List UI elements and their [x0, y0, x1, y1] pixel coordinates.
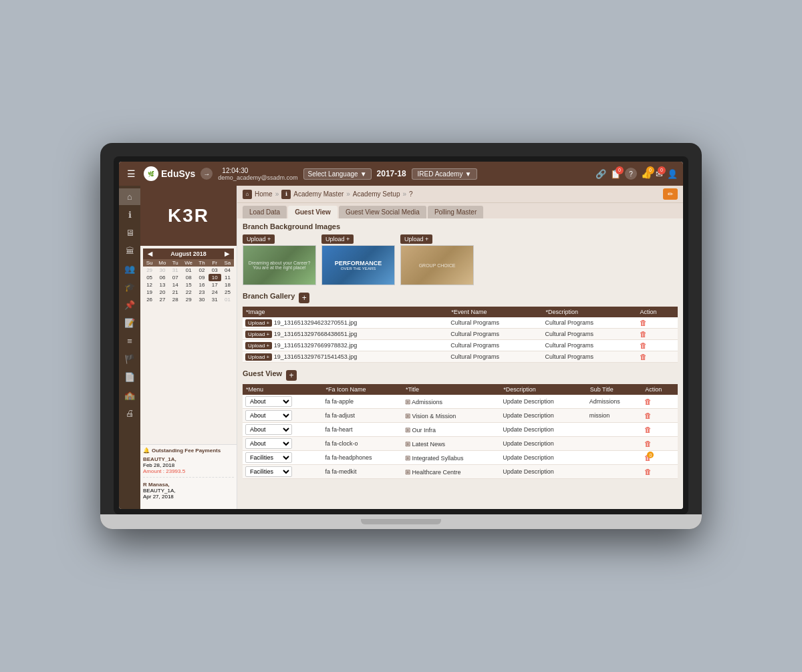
current-time: 12:04:30 — [222, 167, 297, 174]
sidebar-item-graduate[interactable]: 🎓 — [119, 279, 140, 295]
logo-circle: 🌿 — [144, 166, 158, 181]
breadcrumb: ⌂ Home » ℹ Academy Master » Academy Setu… — [237, 186, 683, 203]
tab-guest-view-social[interactable]: Guest View Social Media — [339, 206, 426, 218]
table-row: About fa fa-apple ⊞ Admissions Update De… — [243, 395, 678, 409]
home-bc-icon: ⌂ — [243, 190, 252, 199]
cal-prev[interactable]: ◀ — [146, 250, 154, 258]
edit-button[interactable]: ✏ — [663, 188, 678, 200]
add-guest-view-btn[interactable]: + — [286, 370, 297, 381]
sidebar-item-notes[interactable]: 📝 — [119, 315, 140, 331]
bg-image-2: Upload + PERFORMANCE OVER THE YEARS — [321, 234, 395, 285]
thumbs-badge: 0 — [646, 166, 654, 174]
upload-bg-2[interactable]: Upload + — [321, 234, 354, 244]
menu-select[interactable]: About — [245, 396, 292, 407]
link-icon[interactable]: 🔗 — [595, 169, 606, 179]
sidebar-item-list[interactable]: ≡ — [119, 333, 140, 349]
sidebar-item-monitor[interactable]: 🖥 — [119, 224, 140, 241]
delete-gallery-icon[interactable]: 🗑 — [640, 319, 647, 327]
menu-select[interactable]: Facilities — [245, 452, 292, 463]
mail-icon[interactable]: ✉ 0 — [656, 169, 663, 179]
upload-gallery[interactable]: Upload + — [245, 353, 272, 361]
sidebar-item-flag[interactable]: 🏴 — [119, 351, 140, 367]
delete-gallery-icon[interactable]: 🗑 — [640, 353, 647, 361]
calendar: ◀ August 2018 ▶ SuMoTuWeThFrSa 293031010… — [140, 246, 237, 444]
menu-select[interactable]: Facilities — [245, 466, 292, 477]
upload-gallery[interactable]: Upload + — [245, 319, 272, 327]
delete-gv-icon[interactable]: 🗑 — [644, 440, 652, 448]
breadcrumb-home[interactable]: Home — [255, 190, 273, 198]
help-icon[interactable]: ? — [625, 168, 637, 180]
grid-icon[interactable]: ⊞ — [405, 440, 410, 448]
menu-select[interactable]: About — [245, 438, 292, 449]
cal-next[interactable]: ▶ — [223, 250, 231, 258]
app-logo: 🌿 EduSys — [144, 166, 195, 181]
school-logo: K3R — [140, 186, 237, 246]
list-icon[interactable]: 📋 0 — [610, 169, 621, 179]
sidebar-item-cap[interactable]: 🏫 — [119, 387, 140, 403]
gallery-title: Branch Gallery — [243, 292, 295, 300]
academy-selector[interactable]: IRED Academy ▼ — [412, 168, 478, 180]
mail-badge: 0 — [658, 166, 666, 174]
bg-preview-2: PERFORMANCE OVER THE YEARS — [321, 245, 395, 285]
menu-icon[interactable]: ☰ — [124, 166, 138, 182]
right-content: ⌂ Home » ℹ Academy Master » Academy Setu… — [237, 186, 683, 509]
table-row: Upload + 19_1316513297669978832.jpg Cult… — [243, 340, 678, 351]
menu-select[interactable]: About — [245, 410, 292, 421]
gallery-table: *Image*Event Name*DescriptionAction Uplo… — [243, 307, 678, 363]
delete-gv-icon[interactable]: 🗑 — [644, 426, 652, 434]
grid-icon[interactable]: ⊞ — [405, 426, 410, 434]
breadcrumb-help[interactable]: ? — [409, 190, 413, 198]
outstanding-fees: 🔔 Outstanding Fee Payments BEAUTY_1A,Feb… — [140, 444, 237, 509]
delete-gv-icon[interactable]: 🗑0 — [644, 454, 652, 462]
tab-load-data[interactable]: Load Data — [243, 206, 287, 218]
tab-guest-view[interactable]: Guest View — [288, 206, 338, 218]
sidebar-item-users[interactable]: 👥 — [119, 261, 140, 277]
sidebar: ⌂ ℹ 🖥 🏛 👥 🎓 📌 📝 ≡ 🏴 📄 🏫 🖨 — [119, 186, 140, 509]
menu-select[interactable]: About — [245, 424, 292, 435]
breadcrumb-academy-setup[interactable]: Academy Setup — [353, 190, 400, 198]
delete-gv-icon[interactable]: 🗑 — [644, 468, 652, 476]
logo-text: K3R — [168, 205, 209, 226]
guest-view-table: *Menu*Fa Icon Name*Title*DescriptionSub … — [243, 384, 678, 479]
add-gallery-btn[interactable]: + — [299, 293, 309, 303]
delete-gallery-icon[interactable]: 🗑 — [640, 330, 647, 338]
bg-image-3: Upload + GROUP CHOICE — [400, 234, 474, 285]
bg-preview-1: Dreaming about your Career?You are at th… — [243, 245, 316, 285]
app-name: EduSys — [161, 168, 195, 179]
delete-gv-icon[interactable]: 🗑 — [644, 411, 652, 419]
sidebar-item-doc[interactable]: 📄 — [119, 369, 140, 385]
table-row: Facilities fa fa-headphones ⊞ Integrated… — [243, 451, 678, 465]
user-email: demo_academy@ssadm.com — [218, 174, 297, 181]
nav-arrow[interactable]: → — [200, 168, 213, 180]
upload-bg-1[interactable]: Upload + — [243, 234, 275, 244]
gallery-header: Branch Gallery + — [243, 292, 678, 304]
table-row: Upload + 19_1316513297668438651.jpg Cult… — [243, 329, 678, 340]
guest-view-title: Guest View — [243, 369, 282, 377]
sidebar-item-pin[interactable]: 📌 — [119, 297, 140, 313]
table-row: Upload + 19_1316513297671541453.jpg Cult… — [243, 351, 678, 363]
grid-icon[interactable]: ⊞ — [405, 454, 410, 462]
guest-view-header: Guest View + — [243, 369, 678, 381]
fee-item: R Manasa,BEAUTY_1A,Apr 27, 2018 — [143, 482, 234, 502]
bg-preview-3: GROUP CHOICE — [400, 245, 474, 285]
delete-gv-icon[interactable]: 🗑 — [644, 397, 652, 405]
tab-polling-master[interactable]: Polling Master — [428, 206, 483, 218]
grid-icon[interactable]: ⊞ — [405, 468, 410, 476]
delete-gallery-icon[interactable]: 🗑 — [640, 341, 647, 349]
grid-icon[interactable]: ⊞ — [405, 412, 410, 419]
sidebar-item-home[interactable]: ⌂ — [119, 188, 140, 205]
sidebar-item-bank[interactable]: 🏛 — [119, 242, 140, 259]
outstanding-title: Outstanding Fee Payments — [152, 448, 221, 454]
thumbs-icon[interactable]: 👍 0 — [641, 169, 652, 179]
breadcrumb-academy-master[interactable]: Academy Master — [293, 190, 344, 198]
branch-bg-images: Upload + Dreaming about your Career?You … — [243, 234, 678, 285]
user-icon[interactable]: 👤 — [667, 169, 678, 179]
grid-icon[interactable]: ⊞ — [405, 398, 410, 405]
table-row: About fa fa-clock-o ⊞ Latest News Update… — [243, 437, 678, 451]
sidebar-item-info[interactable]: ℹ — [119, 206, 140, 223]
upload-gallery[interactable]: Upload + — [245, 331, 272, 338]
upload-gallery[interactable]: Upload + — [245, 342, 272, 349]
language-selector[interactable]: Select Language ▼ — [303, 168, 372, 180]
upload-bg-3[interactable]: Upload + — [400, 234, 432, 244]
sidebar-item-print[interactable]: 🖨 — [119, 405, 140, 422]
